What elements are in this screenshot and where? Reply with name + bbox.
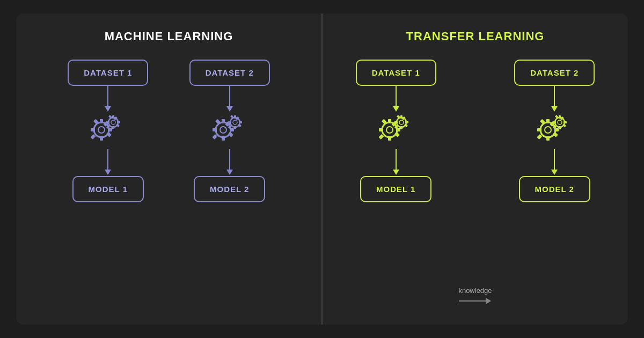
svg-rect-23 <box>222 136 225 141</box>
svg-rect-34 <box>239 121 242 123</box>
svg-rect-44 <box>396 128 400 131</box>
knowledge-label: knowledge <box>458 286 492 295</box>
svg-rect-55 <box>394 121 398 123</box>
svg-rect-3 <box>100 136 103 141</box>
svg-rect-53 <box>400 126 402 129</box>
svg-point-50 <box>397 117 406 127</box>
ml-col1: DATASET 1 <box>68 60 148 314</box>
svg-rect-32 <box>234 115 236 119</box>
machine-learning-panel: MACHINE LEARNING DATASET 1 <box>16 13 323 325</box>
svg-rect-72 <box>559 115 561 119</box>
svg-point-30 <box>230 117 240 127</box>
svg-rect-68 <box>553 132 558 137</box>
knowledge-connector: knowledge <box>458 60 492 314</box>
knowledge-arrow <box>459 298 491 304</box>
svg-rect-25 <box>213 128 217 131</box>
ml-dataset1-box: DATASET 1 <box>68 60 148 86</box>
tl-dataset2-box: DATASET 2 <box>514 60 595 86</box>
tl-title: TRANSFER LEARNING <box>406 30 545 43</box>
transfer-learning-panel: TRANSFER LEARNING DATASET 1 <box>323 13 628 325</box>
svg-rect-13 <box>112 126 114 129</box>
svg-rect-54 <box>405 121 408 123</box>
ml-dataset2-box: DATASET 2 <box>189 60 270 86</box>
svg-point-41 <box>386 127 393 133</box>
svg-rect-8 <box>106 132 112 137</box>
svg-rect-12 <box>112 115 114 119</box>
tl-model2-box: MODEL 2 <box>519 176 590 202</box>
svg-rect-65 <box>537 128 541 131</box>
svg-rect-43 <box>388 136 391 141</box>
svg-rect-35 <box>228 121 231 123</box>
svg-rect-22 <box>222 119 225 123</box>
tl-gears1 <box>375 113 418 149</box>
svg-rect-14 <box>117 121 120 123</box>
svg-rect-33 <box>234 126 236 129</box>
svg-rect-62 <box>546 119 550 123</box>
svg-point-21 <box>220 127 226 133</box>
tl-col2: DATASET 2 <box>514 60 595 314</box>
svg-rect-5 <box>91 128 95 131</box>
ml-gears2 <box>208 113 251 149</box>
svg-rect-64 <box>554 128 559 131</box>
tl-diagram: DATASET 1 <box>333 60 617 314</box>
svg-point-31 <box>233 120 237 124</box>
main-container: MACHINE LEARNING DATASET 1 <box>16 13 628 325</box>
svg-rect-15 <box>106 121 109 123</box>
ml-model1-box: MODEL 1 <box>72 176 144 202</box>
svg-rect-52 <box>400 115 402 119</box>
ml-diagram: DATASET 1 <box>27 60 311 314</box>
ml-col2: DATASET 2 <box>189 60 270 314</box>
ml-title: MACHINE LEARNING <box>105 30 233 43</box>
svg-rect-4 <box>108 128 112 131</box>
tl-dataset1-box: DATASET 1 <box>356 60 436 86</box>
svg-rect-45 <box>379 128 383 131</box>
svg-point-51 <box>399 120 404 124</box>
svg-rect-2 <box>100 119 103 123</box>
tl-col1: DATASET 1 <box>356 60 436 314</box>
svg-point-1 <box>98 127 105 133</box>
svg-rect-75 <box>553 121 556 123</box>
ml-model2-box: MODEL 2 <box>194 176 265 202</box>
svg-rect-74 <box>564 121 567 123</box>
svg-rect-73 <box>559 126 561 129</box>
svg-point-11 <box>111 120 115 124</box>
svg-rect-63 <box>546 136 550 141</box>
ml-gears1 <box>86 113 129 149</box>
svg-rect-24 <box>230 128 234 131</box>
tl-gears2 <box>533 113 576 149</box>
svg-rect-48 <box>394 132 400 137</box>
svg-rect-42 <box>388 119 391 123</box>
svg-rect-28 <box>228 132 233 137</box>
tl-model1-box: MODEL 1 <box>360 176 431 202</box>
svg-point-71 <box>558 120 562 124</box>
svg-point-61 <box>545 127 551 133</box>
